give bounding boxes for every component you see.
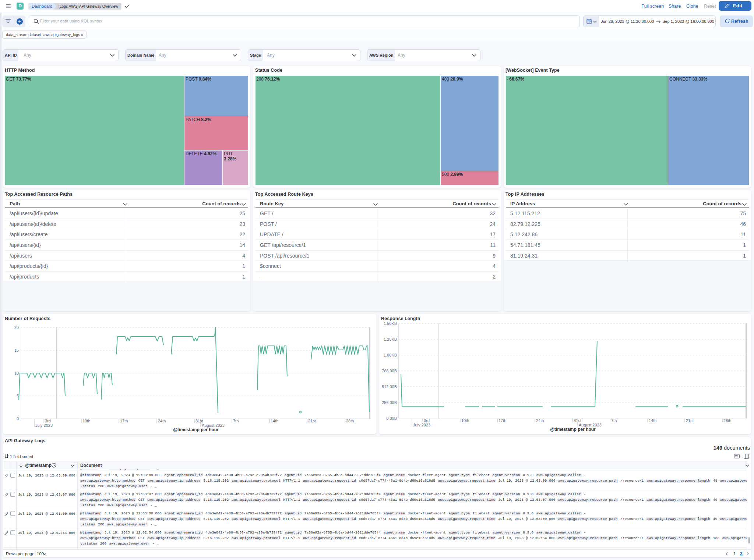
svg-text:512.00B: 512.00B	[382, 384, 397, 389]
svg-text:14th: 14th	[649, 418, 656, 423]
svg-text:1.00KB: 1.00KB	[384, 353, 397, 357]
svg-text:768.00B: 768.00B	[382, 369, 397, 373]
svg-text:17th: 17th	[498, 418, 506, 423]
svg-text:1.25KB: 1.25KB	[384, 337, 397, 341]
svg-text:@timestamp per hour: @timestamp per hour	[550, 427, 596, 432]
svg-text:24th: 24th	[158, 419, 166, 423]
svg-text:3rd: 3rd	[424, 418, 430, 423]
svg-text:0: 0	[17, 417, 19, 421]
svg-text:July 2023: July 2023	[35, 423, 53, 428]
svg-text:5: 5	[17, 394, 19, 398]
svg-text:10th: 10th	[82, 419, 90, 423]
svg-text:256.00B: 256.00B	[382, 400, 397, 405]
svg-text:28th: 28th	[346, 419, 354, 423]
svg-text:3rd: 3rd	[45, 419, 51, 423]
svg-text:14th: 14th	[271, 419, 278, 423]
svg-text:17th: 17th	[120, 419, 128, 423]
svg-text:July 2023: July 2023	[413, 423, 430, 427]
svg-text:20: 20	[14, 325, 19, 330]
svg-text:28th: 28th	[723, 418, 731, 423]
svg-text:1.50KB: 1.50KB	[384, 321, 397, 326]
svg-text:21st: 21st	[308, 419, 316, 423]
svg-text:7th: 7th	[233, 419, 239, 423]
svg-text:24th: 24th	[536, 418, 544, 423]
svg-text:@timestamp per hour: @timestamp per hour	[173, 427, 219, 432]
svg-text:15: 15	[14, 348, 19, 352]
svg-text:31st: 31st	[195, 419, 203, 423]
svg-text:0.00B: 0.00B	[386, 416, 397, 421]
svg-text:31st: 31st	[574, 418, 581, 423]
svg-text:10: 10	[14, 371, 19, 375]
svg-text:21st: 21st	[686, 418, 694, 423]
svg-text:7th: 7th	[611, 418, 617, 423]
svg-text:10th: 10th	[461, 418, 469, 423]
